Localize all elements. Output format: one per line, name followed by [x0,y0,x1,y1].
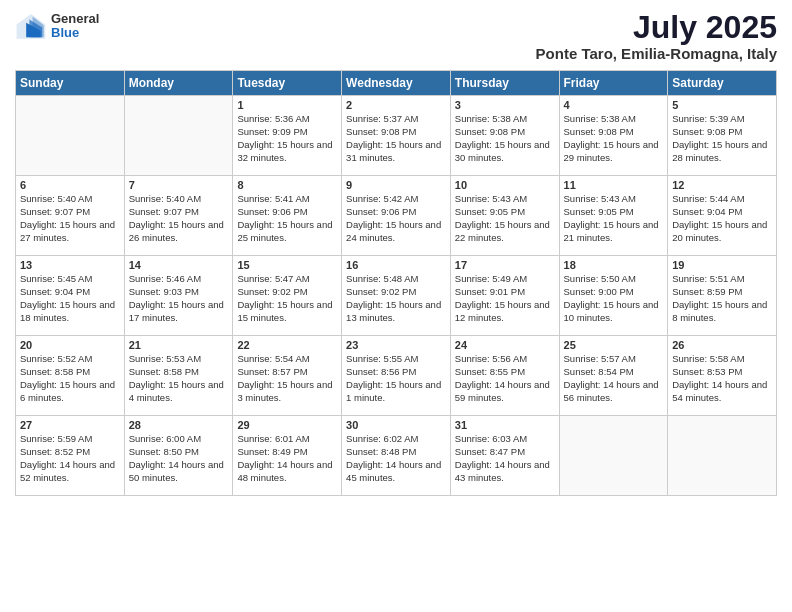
calendar: SundayMondayTuesdayWednesdayThursdayFrid… [15,70,777,496]
calendar-cell: 2Sunrise: 5:37 AM Sunset: 9:08 PM Daylig… [342,96,451,176]
main-title: July 2025 [536,10,777,45]
day-number: 7 [129,179,229,191]
day-info: Sunrise: 5:49 AM Sunset: 9:01 PM Dayligh… [455,273,555,324]
day-number: 6 [20,179,120,191]
day-number: 22 [237,339,337,351]
day-number: 14 [129,259,229,271]
day-number: 2 [346,99,446,111]
calendar-cell: 21Sunrise: 5:53 AM Sunset: 8:58 PM Dayli… [124,336,233,416]
logo-general-text: General [51,12,99,26]
day-info: Sunrise: 5:39 AM Sunset: 9:08 PM Dayligh… [672,113,772,164]
calendar-header-row: SundayMondayTuesdayWednesdayThursdayFrid… [16,71,777,96]
day-info: Sunrise: 5:42 AM Sunset: 9:06 PM Dayligh… [346,193,446,244]
day-info: Sunrise: 5:57 AM Sunset: 8:54 PM Dayligh… [564,353,664,404]
day-number: 10 [455,179,555,191]
logo: General Blue [15,10,99,42]
calendar-cell: 15Sunrise: 5:47 AM Sunset: 9:02 PM Dayli… [233,256,342,336]
calendar-cell: 31Sunrise: 6:03 AM Sunset: 8:47 PM Dayli… [450,416,559,496]
day-info: Sunrise: 5:43 AM Sunset: 9:05 PM Dayligh… [564,193,664,244]
calendar-week-row: 1Sunrise: 5:36 AM Sunset: 9:09 PM Daylig… [16,96,777,176]
day-number: 26 [672,339,772,351]
sub-title: Ponte Taro, Emilia-Romagna, Italy [536,45,777,62]
calendar-cell: 8Sunrise: 5:41 AM Sunset: 9:06 PM Daylig… [233,176,342,256]
logo-blue-text: Blue [51,26,99,40]
day-number: 4 [564,99,664,111]
day-info: Sunrise: 5:47 AM Sunset: 9:02 PM Dayligh… [237,273,337,324]
calendar-cell: 30Sunrise: 6:02 AM Sunset: 8:48 PM Dayli… [342,416,451,496]
day-info: Sunrise: 5:55 AM Sunset: 8:56 PM Dayligh… [346,353,446,404]
day-number: 5 [672,99,772,111]
day-number: 27 [20,419,120,431]
calendar-cell [668,416,777,496]
day-info: Sunrise: 5:48 AM Sunset: 9:02 PM Dayligh… [346,273,446,324]
day-info: Sunrise: 6:02 AM Sunset: 8:48 PM Dayligh… [346,433,446,484]
day-number: 11 [564,179,664,191]
day-info: Sunrise: 5:41 AM Sunset: 9:06 PM Dayligh… [237,193,337,244]
day-info: Sunrise: 5:53 AM Sunset: 8:58 PM Dayligh… [129,353,229,404]
day-number: 8 [237,179,337,191]
day-info: Sunrise: 5:37 AM Sunset: 9:08 PM Dayligh… [346,113,446,164]
day-number: 12 [672,179,772,191]
day-info: Sunrise: 5:46 AM Sunset: 9:03 PM Dayligh… [129,273,229,324]
calendar-header-thursday: Thursday [450,71,559,96]
calendar-cell [559,416,668,496]
day-info: Sunrise: 5:38 AM Sunset: 9:08 PM Dayligh… [455,113,555,164]
calendar-cell [16,96,125,176]
calendar-cell: 5Sunrise: 5:39 AM Sunset: 9:08 PM Daylig… [668,96,777,176]
calendar-header-saturday: Saturday [668,71,777,96]
calendar-cell: 28Sunrise: 6:00 AM Sunset: 8:50 PM Dayli… [124,416,233,496]
day-info: Sunrise: 5:38 AM Sunset: 9:08 PM Dayligh… [564,113,664,164]
calendar-cell: 13Sunrise: 5:45 AM Sunset: 9:04 PM Dayli… [16,256,125,336]
calendar-header-tuesday: Tuesday [233,71,342,96]
day-number: 1 [237,99,337,111]
day-number: 15 [237,259,337,271]
day-number: 28 [129,419,229,431]
calendar-header-wednesday: Wednesday [342,71,451,96]
calendar-cell: 7Sunrise: 5:40 AM Sunset: 9:07 PM Daylig… [124,176,233,256]
day-info: Sunrise: 6:01 AM Sunset: 8:49 PM Dayligh… [237,433,337,484]
calendar-cell: 17Sunrise: 5:49 AM Sunset: 9:01 PM Dayli… [450,256,559,336]
calendar-week-row: 13Sunrise: 5:45 AM Sunset: 9:04 PM Dayli… [16,256,777,336]
day-number: 13 [20,259,120,271]
calendar-header-sunday: Sunday [16,71,125,96]
calendar-cell: 14Sunrise: 5:46 AM Sunset: 9:03 PM Dayli… [124,256,233,336]
day-number: 21 [129,339,229,351]
calendar-week-row: 20Sunrise: 5:52 AM Sunset: 8:58 PM Dayli… [16,336,777,416]
calendar-cell: 11Sunrise: 5:43 AM Sunset: 9:05 PM Dayli… [559,176,668,256]
day-info: Sunrise: 5:50 AM Sunset: 9:00 PM Dayligh… [564,273,664,324]
day-info: Sunrise: 5:44 AM Sunset: 9:04 PM Dayligh… [672,193,772,244]
page: General Blue July 2025 Ponte Taro, Emili… [0,0,792,612]
day-info: Sunrise: 5:43 AM Sunset: 9:05 PM Dayligh… [455,193,555,244]
calendar-cell: 20Sunrise: 5:52 AM Sunset: 8:58 PM Dayli… [16,336,125,416]
calendar-cell: 4Sunrise: 5:38 AM Sunset: 9:08 PM Daylig… [559,96,668,176]
calendar-cell: 1Sunrise: 5:36 AM Sunset: 9:09 PM Daylig… [233,96,342,176]
day-number: 9 [346,179,446,191]
day-number: 19 [672,259,772,271]
calendar-cell: 18Sunrise: 5:50 AM Sunset: 9:00 PM Dayli… [559,256,668,336]
day-info: Sunrise: 5:59 AM Sunset: 8:52 PM Dayligh… [20,433,120,484]
day-number: 16 [346,259,446,271]
day-number: 29 [237,419,337,431]
day-info: Sunrise: 5:58 AM Sunset: 8:53 PM Dayligh… [672,353,772,404]
day-number: 23 [346,339,446,351]
calendar-header-friday: Friday [559,71,668,96]
calendar-cell: 25Sunrise: 5:57 AM Sunset: 8:54 PM Dayli… [559,336,668,416]
day-info: Sunrise: 5:45 AM Sunset: 9:04 PM Dayligh… [20,273,120,324]
day-info: Sunrise: 5:36 AM Sunset: 9:09 PM Dayligh… [237,113,337,164]
day-number: 20 [20,339,120,351]
day-info: Sunrise: 5:56 AM Sunset: 8:55 PM Dayligh… [455,353,555,404]
calendar-cell: 16Sunrise: 5:48 AM Sunset: 9:02 PM Dayli… [342,256,451,336]
day-number: 31 [455,419,555,431]
calendar-cell: 9Sunrise: 5:42 AM Sunset: 9:06 PM Daylig… [342,176,451,256]
calendar-header-monday: Monday [124,71,233,96]
logo-icon [15,10,47,42]
day-info: Sunrise: 5:51 AM Sunset: 8:59 PM Dayligh… [672,273,772,324]
calendar-cell: 24Sunrise: 5:56 AM Sunset: 8:55 PM Dayli… [450,336,559,416]
calendar-cell: 27Sunrise: 5:59 AM Sunset: 8:52 PM Dayli… [16,416,125,496]
day-info: Sunrise: 6:03 AM Sunset: 8:47 PM Dayligh… [455,433,555,484]
calendar-week-row: 6Sunrise: 5:40 AM Sunset: 9:07 PM Daylig… [16,176,777,256]
day-number: 3 [455,99,555,111]
day-number: 25 [564,339,664,351]
calendar-cell: 23Sunrise: 5:55 AM Sunset: 8:56 PM Dayli… [342,336,451,416]
day-info: Sunrise: 5:40 AM Sunset: 9:07 PM Dayligh… [129,193,229,244]
